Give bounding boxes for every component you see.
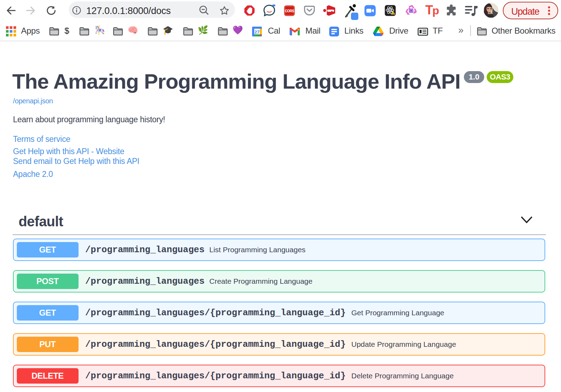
svg-text:CORS: CORS	[285, 9, 295, 13]
svg-text:!: !	[393, 12, 394, 15]
svg-text:27: 27	[255, 29, 259, 35]
